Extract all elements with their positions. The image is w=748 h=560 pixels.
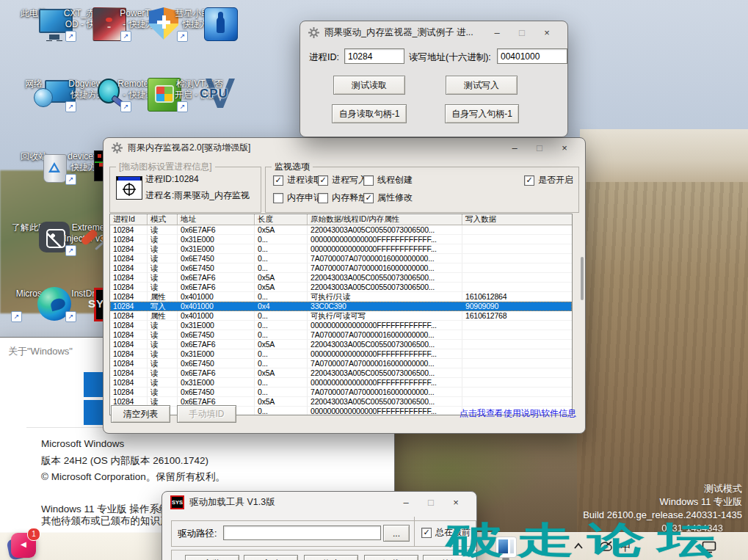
minimize-button[interactable]: – [502,143,527,153]
checkbox-opt-5[interactable]: ✓属性修改 [363,192,413,204]
table-row[interactable]: 10284读0x31E0000...0000000000000000FFFFFF… [110,349,572,359]
table-row[interactable]: 10284读0x6E7AF60x5A220043003A005C00550073… [110,340,572,349]
cell: 0000000000000000FFFFFFFFFFFF... [308,349,462,359]
desktop-icon-learn-picture[interactable]: 了解此图片 [7,220,60,233]
checkbox-label: 内存释放 [332,192,367,204]
table-row[interactable]: 10284读0x6E7AF60x5A220043003A005C00550073… [110,283,572,292]
process-info-legend: [拖动图标设置进程信息] [116,161,215,172]
desktop-icon-network[interactable]: 网络 [7,76,60,90]
help-link[interactable]: 点击我查看使用说明\软件信息 [460,407,576,420]
checkbox-enable[interactable]: ✓是否开启 [524,174,573,186]
close-button[interactable]: × [443,498,468,507]
cell: 0x31E000 [178,244,255,254]
close-button[interactable]: × [534,28,559,37]
column-header[interactable]: 地址 [178,214,255,225]
desktop-icon-dbgview[interactable]: ↗ Dbgview - 快捷方式 [62,76,115,101]
desktop-icon-microsoft-edge[interactable]: ↗ Microsoft [7,286,60,299]
table-row[interactable]: 10284读0x31E0000...0000000000000000FFFFFF… [110,321,572,330]
cell: 读 [148,340,178,349]
table-row[interactable]: 10284读0x6E74500...7A0700007A070000016000… [110,254,572,263]
cell: 0... [255,378,308,388]
desktop-icon-remotedll32[interactable]: ↗ RemoteDll32 - 快捷方式 [117,76,170,101]
minimize-button[interactable]: – [393,498,418,507]
cell: 10284 [110,378,148,388]
watch-options-group: 监视选项 ✓进程读取✓进程写入线程创建内存申请内存释放✓属性修改✓是否开启 [265,167,579,213]
table-row[interactable]: 10284读0x6E74500...7A0700007A070000016000… [110,359,572,368]
checkbox-box [273,193,283,203]
driver-button-1[interactable]: 启动 [244,555,298,560]
checkbox-opt-4[interactable]: 内存释放 [318,192,367,204]
table-row[interactable]: 10284读0x6E7AF60x5A220043003A005C00550073… [110,273,572,283]
floating-notification-button[interactable]: ◄ 1 [11,533,36,558]
cell: 10284 [110,283,148,292]
maximize-button[interactable]: □ [509,28,534,37]
desktop-icon-vt-check[interactable]: CPU ↗ 检测VT是否 开启 - 快捷... [173,76,226,101]
shortcut-arrow-icon: ↗ [65,245,76,256]
scrollbar-thumb[interactable] [581,257,584,300]
winver-license-2: 其他待颁布或已颁布的知识产权 [41,514,180,528]
column-header[interactable]: 进程Id [110,214,148,225]
table-row[interactable]: 10284读0x6E7AF60x5A220043003A005C00550073… [110,225,572,235]
column-header[interactable]: 长度 [255,214,308,225]
checkbox-opt-3[interactable]: 内存申请 [273,192,322,204]
cell [462,378,573,388]
cell: 读 [148,368,178,378]
maximize-button[interactable]: □ [418,498,443,507]
table-row-selected[interactable]: 10284写入0x4010000x433C0C39090909090 [110,302,572,311]
test-read-button[interactable]: 测试读取 [333,76,405,95]
table-row[interactable]: 10284读0x6E74500...7A0700007A070000016000… [110,330,572,340]
cell: 0x31E000 [178,235,255,244]
desktop-icon-cxt-od[interactable]: ↗ CXT_赤小瞳 OD - 快捷... [62,6,115,30]
driver-loader-titlebar[interactable]: SYS 驱动加载工具 V1.3版 – □ × [162,492,476,512]
desktop-icon-powertoys[interactable]: ↗ PowerToo... - 快捷方式 [117,6,170,30]
desktop-icon-comet-helper[interactable]: ↗ 彗星小助手 - 快捷方式 [173,6,226,30]
table-row[interactable]: 10284读0x31E0000...0000000000000000FFFFFF… [110,378,572,388]
cell: 10284 [110,349,148,359]
driver-button-2[interactable]: 停止 [304,555,358,560]
driver-path-input[interactable] [223,526,381,540]
close-button[interactable]: × [552,143,577,153]
cell: 10284 [110,359,148,368]
table-row[interactable]: 10284读0x6E74500...7A0700007A070000016000… [110,263,572,273]
cell [462,263,573,273]
table-row[interactable]: 10284读0x31E0000...0000000000000000FFFFFF… [110,244,572,254]
column-header[interactable]: 写入数据 [462,214,573,225]
checkbox-label: 线程创建 [377,174,413,186]
cell: 读 [148,244,178,254]
cell: 10284 [110,254,148,263]
pid-input[interactable] [344,48,404,64]
monitor-listview: 进程Id模式地址长度原始数据/线程ID/内存属性写入数据 10284读0x6E7… [109,214,573,415]
browse-button[interactable]: ... [383,525,410,542]
desktop-icon-recycle-bin[interactable]: 回收站 [7,149,60,162]
table-row[interactable]: 10284属性0x4010000...可执行/只读1610612864 [110,292,572,302]
minimize-button[interactable]: – [484,28,509,37]
test-write-button[interactable]: 测试写入 [446,76,518,95]
desktop-icon-this-pc[interactable]: 此电脑 [7,6,60,19]
checkbox-opt-0[interactable]: ✓进程读取 [273,174,322,186]
maximize-button[interactable]: □ [527,143,552,153]
test-example-dialog: 雨果驱动_内存监视器_测试例子 进... – □ × 进程ID: 读写地址(十六… [299,21,568,137]
shortcut-arrow-icon: ↗ [120,101,131,112]
self-read-handle-button[interactable]: 自身读取句柄-1 [332,104,407,123]
table-row[interactable]: 10284读0x6E74500...7A0700007A070000016000… [110,388,572,397]
column-header[interactable]: 原始数据/线程ID/内存属性 [308,214,462,225]
drag-target-icon[interactable] [116,176,142,200]
checkbox-opt-2[interactable]: 线程创建 [363,174,413,186]
test-dialog-titlebar[interactable]: 雨果驱动_内存监视器_测试例子 进... – □ × [300,21,567,43]
column-header[interactable]: 模式 [148,214,178,225]
cell: 7A0700007A070000016000000000... [308,254,462,263]
cell: 0x5A [255,283,308,292]
winver-version: 版本 24H2 (OS 内部版本 26100.1742) [41,454,208,468]
manual-pid-button[interactable]: 手动填ID [177,405,236,423]
table-row[interactable]: 10284读0x31E0000...0000000000000000FFFFFF… [110,235,572,244]
memory-monitor-titlebar[interactable]: 雨果内存监视器2.0[驱动增强版] – □ × [104,138,585,157]
rw-address-input[interactable] [497,48,567,64]
checkbox-box: ✓ [363,193,374,203]
driver-button-3[interactable]: 卸载 [364,555,418,560]
self-write-handle-button[interactable]: 自身写入句柄-1 [445,104,519,123]
table-row[interactable]: 10284属性0x4010000...可执行/可读可写1610612768 [110,311,572,321]
checkbox-opt-1[interactable]: ✓进程写入 [318,174,367,186]
driver-button-0[interactable]: 安装 [185,555,239,560]
table-row[interactable]: 10284读0x6E7AF60x5A220043003A005C00550073… [110,368,572,378]
clear-list-button[interactable]: 清空列表 [111,405,170,423]
